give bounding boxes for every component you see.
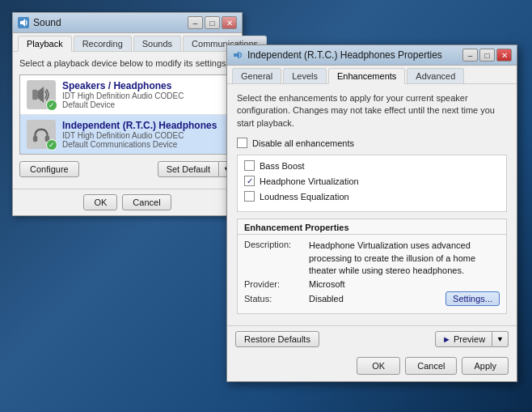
headphone-device-sub2: Default Communications Device (62, 140, 228, 149)
props-tab-enhancements[interactable]: Enhancements (328, 68, 405, 84)
enhancement-properties-title: Enhancement Properties (238, 219, 506, 235)
props-footer-left: Restore Defaults (235, 331, 319, 347)
device-item-headphones[interactable]: ✓ Independent (R.T.C.) Headphones IDT Hi… (20, 115, 234, 154)
status-field-label: Status: (244, 294, 309, 304)
svg-rect-3 (33, 136, 37, 142)
device-info-headphones: Independent (R.T.C.) Headphones IDT High… (62, 120, 228, 149)
description-field-label: Description: (244, 240, 309, 277)
sound-titlebar-left: Sound (18, 17, 61, 28)
tab-recording[interactable]: Recording (74, 36, 132, 51)
props-dialog-body: Select the enhancements to apply for you… (227, 84, 517, 325)
props-footer-right: ► Preview ▼ (435, 331, 509, 347)
speaker-badge: ✓ (46, 100, 57, 111)
sound-minimize-button[interactable]: – (188, 16, 203, 29)
props-cancel-button[interactable]: Cancel (405, 357, 457, 375)
configure-button[interactable]: Configure (19, 161, 79, 177)
bass-boost-label: Bass Boost (260, 161, 305, 171)
svg-marker-5 (234, 51, 239, 59)
provider-row: Provider: Microsoft (244, 279, 500, 289)
tab-playback[interactable]: Playback (18, 36, 72, 52)
sound-ok-button[interactable]: OK (83, 194, 117, 210)
props-main-footer: OK Cancel Apply (227, 352, 517, 381)
sound-buttons-row: Configure Set Default ▼ (19, 161, 235, 177)
speaker-device-sub1: IDT High Definition Audio CODEC (62, 91, 228, 100)
enhancement-properties-group: Enhancement Properties Description: Head… (237, 219, 507, 314)
sound-titlebar-buttons: – □ ✕ (188, 16, 237, 29)
speaker-device-name: Speakers / Headphones (62, 80, 228, 91)
provider-field-label: Provider: (244, 279, 309, 289)
disable-all-label: Disable all enhancements (252, 138, 354, 148)
sound-app-icon (18, 17, 29, 28)
headphone-device-sub1: IDT High Definition Audio CODEC (62, 131, 228, 140)
settings-button[interactable]: Settings... (445, 291, 500, 306)
status-field-value: Disabled (309, 294, 445, 304)
device-icon-headphones-wrap: ✓ (27, 120, 56, 149)
disable-all-checkbox[interactable] (237, 138, 247, 148)
svg-marker-2 (37, 87, 44, 103)
props-ok-button[interactable]: OK (357, 357, 400, 375)
sound-dialog: Sound – □ ✕ Playback Recording Sounds Co… (12, 12, 243, 216)
preview-arrow-button[interactable]: ▼ (492, 331, 509, 347)
preview-button[interactable]: ► Preview (435, 331, 492, 347)
preview-wrap: ► Preview ▼ (435, 331, 509, 347)
sound-dialog-description: Select a playback device below to modify… (19, 58, 235, 68)
props-apply-button[interactable]: Apply (462, 357, 509, 375)
props-tab-levels[interactable]: Levels (283, 68, 327, 83)
sound-close-button[interactable]: ✕ (222, 16, 237, 29)
props-tab-general[interactable]: General (232, 68, 281, 83)
props-close-button[interactable]: ✕ (496, 49, 512, 62)
headphone-badge: ✓ (46, 139, 57, 151)
svg-marker-0 (20, 19, 25, 27)
enhancement-row-2: Loudness Equalization (244, 191, 500, 202)
description-field-value: Headphone Virtualization uses advanced p… (309, 240, 500, 277)
bass-boost-checkbox[interactable] (244, 160, 255, 171)
enhancements-group: Bass Boost Headphone Virtualization Loud… (237, 155, 507, 212)
sound-dialog-body: Select a playback device below to modify… (13, 52, 242, 189)
disable-all-row: Disable all enhancements (237, 138, 507, 148)
props-maximize-button[interactable]: □ (479, 49, 495, 62)
preview-label: Preview (454, 334, 485, 344)
headphone-virt-label: Headphone Virtualization (260, 176, 359, 186)
restore-defaults-button[interactable]: Restore Defaults (235, 331, 319, 347)
loudness-eq-checkbox[interactable] (244, 191, 255, 202)
set-default-button[interactable]: Set Default (158, 161, 219, 177)
props-titlebar-buttons: – □ ✕ (462, 49, 512, 62)
headphone-device-name: Independent (R.T.C.) Headphones (62, 120, 228, 131)
props-dialog-title: Independent (R.T.C.) Headphones Properti… (247, 49, 442, 61)
enhancement-row-1: Headphone Virtualization (244, 176, 500, 186)
loudness-eq-label: Loudness Equalization (260, 192, 349, 202)
device-icon-speakers-wrap: ✓ (27, 80, 56, 109)
props-titlebar-left: Independent (R.T.C.) Headphones Properti… (232, 49, 442, 61)
provider-field-value: Microsoft (309, 279, 500, 289)
device-info-speakers: Speakers / Headphones IDT High Definitio… (62, 80, 228, 109)
sound-dialog-footer: OK Cancel (13, 189, 242, 215)
props-app-icon (232, 49, 243, 61)
enhancement-properties-body: Description: Headphone Virtualization us… (238, 235, 506, 313)
status-row: Status: Disabled Settings... (244, 291, 500, 306)
sound-tabs-bar: Playback Recording Sounds Communications (13, 33, 242, 52)
props-description: Select the enhancements to apply for you… (237, 92, 507, 130)
props-tab-advanced[interactable]: Advanced (407, 68, 464, 83)
sound-titlebar: Sound – □ ✕ (13, 13, 242, 33)
sound-cancel-button[interactable]: Cancel (122, 194, 171, 210)
device-item-speakers[interactable]: ✓ Speakers / Headphones IDT High Definit… (20, 75, 234, 115)
set-default-wrap: Set Default ▼ (158, 161, 235, 177)
sound-dialog-title: Sound (33, 17, 61, 28)
enhancement-row-0: Bass Boost (244, 160, 500, 171)
properties-dialog: Independent (R.T.C.) Headphones Properti… (226, 45, 517, 382)
device-list: ✓ Speakers / Headphones IDT High Definit… (19, 74, 235, 155)
props-tabs-bar: General Levels Enhancements Advanced (227, 66, 517, 84)
tab-sounds[interactable]: Sounds (133, 36, 181, 51)
props-minimize-button[interactable]: – (462, 49, 478, 62)
preview-play-icon: ► (442, 334, 451, 344)
headphone-virt-checkbox[interactable] (244, 176, 255, 186)
sound-maximize-button[interactable]: □ (205, 16, 220, 29)
svg-rect-1 (32, 90, 37, 100)
description-row: Description: Headphone Virtualization us… (244, 240, 500, 277)
speaker-device-sub2: Default Device (62, 100, 228, 109)
props-titlebar: Independent (R.T.C.) Headphones Properti… (227, 45, 517, 66)
props-footer-row1: Restore Defaults ► Preview ▼ (227, 325, 517, 352)
